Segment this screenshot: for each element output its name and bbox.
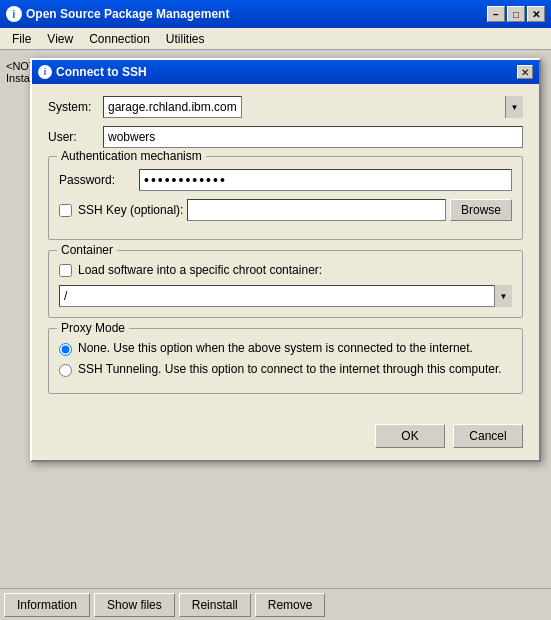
proxy-group-content: None. Use this option when the above sys…: [59, 341, 512, 377]
system-row: System: garage.rchland.ibm.com ▼: [48, 96, 523, 118]
proxy-radio-none-row: None. Use this option when the above sys…: [59, 341, 512, 356]
content-area: <NOT Insta i Connect to SSH ✕ System:: [0, 50, 551, 588]
system-select-wrapper: garage.rchland.ibm.com ▼: [103, 96, 523, 118]
maximize-button[interactable]: □: [507, 6, 525, 22]
container-select-row: / ▼: [59, 285, 512, 307]
close-button[interactable]: ✕: [527, 6, 545, 22]
menu-view[interactable]: View: [39, 30, 81, 48]
minimize-button[interactable]: −: [487, 6, 505, 22]
proxy-radio-ssh-row: SSH Tunneling. Use this option to connec…: [59, 362, 512, 377]
auth-group-content: Password: SSH Key (optional): Browse: [59, 169, 512, 221]
dialog-title-bar: i Connect to SSH ✕: [32, 60, 539, 84]
proxy-radio-ssh-label: SSH Tunneling. Use this option to connec…: [78, 362, 502, 376]
proxy-group: Proxy Mode None. Use this option when th…: [48, 328, 523, 394]
proxy-radio-none[interactable]: [59, 343, 72, 356]
container-checkbox-row: Load software into a specific chroot con…: [59, 263, 512, 277]
menu-bar: File View Connection Utilities: [0, 28, 551, 50]
proxy-radio-none-label: None. Use this option when the above sys…: [78, 341, 473, 355]
system-select[interactable]: garage.rchland.ibm.com: [103, 96, 242, 118]
show-files-button[interactable]: Show files: [94, 593, 175, 617]
dialog-body: System: garage.rchland.ibm.com ▼ User:: [32, 84, 539, 416]
auth-group: Authentication mechanism Password: SSH K…: [48, 156, 523, 240]
main-window-icon: i: [6, 6, 22, 22]
menu-file[interactable]: File: [4, 30, 39, 48]
status-bar: Information Show files Reinstall Remove: [0, 588, 551, 620]
system-label: System:: [48, 100, 103, 114]
container-group-label: Container: [57, 243, 117, 257]
auth-group-label: Authentication mechanism: [57, 149, 206, 163]
browse-button[interactable]: Browse: [450, 199, 512, 221]
container-group-content: Load software into a specific chroot con…: [59, 263, 512, 307]
ssh-key-checkbox[interactable]: [59, 204, 72, 217]
select-arrow-icon: ▼: [505, 96, 523, 118]
dialog-close-button[interactable]: ✕: [517, 65, 533, 79]
container-checkbox[interactable]: [59, 264, 72, 277]
dialog-title: Connect to SSH: [56, 65, 517, 79]
user-row: User:: [48, 126, 523, 148]
user-label: User:: [48, 130, 103, 144]
container-select[interactable]: /: [59, 285, 512, 307]
proxy-group-label: Proxy Mode: [57, 321, 129, 335]
password-row: Password:: [59, 169, 512, 191]
title-bar-buttons: − □ ✕: [487, 6, 545, 22]
proxy-radio-ssh[interactable]: [59, 364, 72, 377]
menu-connection[interactable]: Connection: [81, 30, 158, 48]
container-group: Container Load software into a specific …: [48, 250, 523, 318]
menu-utilities[interactable]: Utilities: [158, 30, 213, 48]
dialog-icon: i: [38, 65, 52, 79]
main-title-bar: i Open Source Package Management − □ ✕: [0, 0, 551, 28]
ok-button[interactable]: OK: [375, 424, 445, 448]
main-window: i Open Source Package Management − □ ✕ F…: [0, 0, 551, 620]
reinstall-button[interactable]: Reinstall: [179, 593, 251, 617]
user-input[interactable]: [103, 126, 523, 148]
password-input[interactable]: [139, 169, 512, 191]
cancel-button[interactable]: Cancel: [453, 424, 523, 448]
ssh-key-input[interactable]: [187, 199, 446, 221]
password-label: Password:: [59, 173, 139, 187]
main-window-title: Open Source Package Management: [26, 7, 487, 21]
container-select-wrapper: / ▼: [59, 285, 512, 307]
information-button[interactable]: Information: [4, 593, 90, 617]
remove-button[interactable]: Remove: [255, 593, 326, 617]
ssh-key-label: SSH Key (optional):: [78, 203, 183, 217]
container-checkbox-label: Load software into a specific chroot con…: [78, 263, 322, 277]
ssh-key-row: SSH Key (optional): Browse: [59, 199, 512, 221]
connect-dialog: i Connect to SSH ✕ System: garage.rchlan…: [30, 58, 541, 462]
dialog-button-row: OK Cancel: [32, 416, 539, 460]
